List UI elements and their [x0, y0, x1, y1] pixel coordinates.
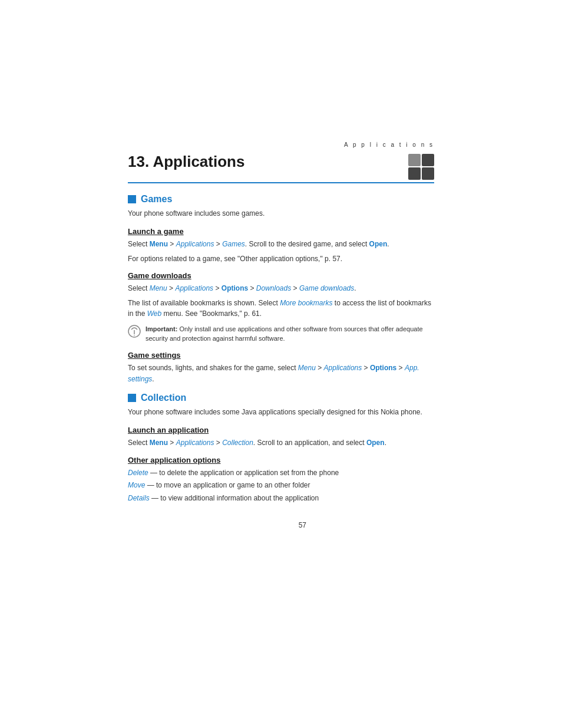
- link-options-2[interactable]: Options: [370, 364, 396, 372]
- link-open-1[interactable]: Open: [369, 240, 388, 248]
- svg-point-2: [134, 335, 135, 336]
- games-section-title: Games: [141, 194, 172, 205]
- link-details[interactable]: Details: [128, 494, 150, 502]
- important-text: Important: Only install and use applicat…: [146, 324, 434, 344]
- icon-cell-3: [408, 167, 421, 180]
- chapter-icon: [408, 154, 434, 180]
- icon-cell-4: [422, 167, 434, 180]
- link-menu-italic-1[interactable]: Menu: [150, 284, 167, 292]
- game-downloads-para2: The list of available bookmarks is shown…: [128, 298, 434, 319]
- link-web[interactable]: Web: [147, 309, 161, 318]
- link-games[interactable]: Games: [222, 240, 245, 248]
- games-section-heading: Games: [128, 194, 434, 205]
- game-settings-title: Game settings: [128, 351, 434, 360]
- important-icon: [128, 325, 141, 338]
- option-move: Move — to move an application or game to…: [128, 480, 434, 491]
- option-details: Details — to view additional information…: [128, 493, 434, 504]
- game-downloads-para1: Select Menu > Applications > Options > D…: [128, 283, 434, 294]
- collection-section-intro: Your phone software includes some Java a…: [128, 407, 434, 417]
- launch-a-game-para2: For options related to a game, see "Othe…: [128, 253, 434, 265]
- link-menu-italic-2[interactable]: Menu: [298, 364, 316, 372]
- link-more-bookmarks[interactable]: More bookmarks: [280, 299, 332, 307]
- chapter-title: 13. Applications: [128, 153, 244, 171]
- games-section-intro: Your phone software includes some games.: [128, 208, 434, 219]
- link-options-1[interactable]: Options: [222, 284, 248, 292]
- link-menu-2[interactable]: Menu: [150, 439, 168, 447]
- icon-cell-1: [408, 154, 421, 166]
- launch-an-application-para1: Select Menu > Applications > Collection.…: [128, 437, 434, 449]
- link-move[interactable]: Move: [128, 481, 145, 489]
- collection-section-square: [128, 394, 136, 402]
- important-box: Important: Only install and use applicat…: [128, 324, 434, 344]
- game-downloads-title: Game downloads: [128, 271, 434, 280]
- chapter-title-row: 13. Applications: [128, 153, 434, 183]
- chapter-header-label: A p p l i c a t i o n s: [128, 141, 434, 148]
- option-delete: Delete — to delete the application or ap…: [128, 467, 434, 479]
- important-label: Important:: [146, 325, 177, 332]
- page-number: 57: [299, 521, 306, 529]
- link-game-downloads[interactable]: Game downloads: [299, 284, 354, 292]
- collection-section-heading: Collection: [128, 393, 434, 403]
- launch-a-game-title: Launch a game: [128, 227, 434, 236]
- link-applications-3[interactable]: Applications: [324, 364, 362, 372]
- link-applications-1[interactable]: Applications: [176, 240, 214, 248]
- link-menu-1[interactable]: Menu: [150, 240, 168, 248]
- content-area: A p p l i c a t i o n s 13. Applications…: [128, 0, 434, 553]
- important-body: Only install and use applications and ot…: [146, 325, 423, 342]
- page: A p p l i c a t i o n s 13. Applications…: [0, 0, 562, 728]
- launch-a-game-para1: Select Menu > Applications > Games. Scro…: [128, 239, 434, 250]
- other-app-options-title: Other application options: [128, 456, 434, 465]
- link-collection[interactable]: Collection: [222, 439, 253, 447]
- link-applications-2[interactable]: Applications: [175, 284, 213, 292]
- link-downloads[interactable]: Downloads: [256, 284, 291, 292]
- launch-an-application-title: Launch an application: [128, 426, 434, 434]
- link-delete[interactable]: Delete: [128, 469, 148, 477]
- link-open-2[interactable]: Open: [366, 439, 385, 447]
- games-section-square: [128, 195, 136, 203]
- collection-section-title: Collection: [141, 393, 186, 403]
- game-settings-para1: To set sounds, lights, and shakes for th…: [128, 363, 434, 384]
- icon-cell-2: [422, 154, 434, 166]
- link-applications-4[interactable]: Applications: [176, 439, 214, 447]
